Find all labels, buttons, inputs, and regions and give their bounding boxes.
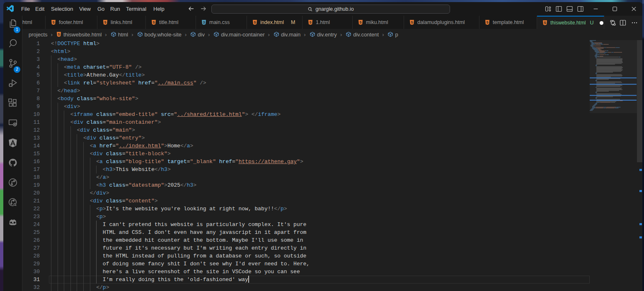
svg-text:5: 5 (544, 21, 546, 25)
svg-text:5: 5 (153, 20, 155, 24)
svg-text:5: 5 (411, 20, 413, 24)
svg-text:5: 5 (487, 20, 489, 24)
svg-text:3: 3 (203, 20, 205, 24)
svg-text:5: 5 (360, 20, 362, 24)
svg-text:5: 5 (53, 20, 55, 24)
svg-text:5: 5 (254, 20, 256, 24)
svg-text:5: 5 (104, 20, 107, 24)
svg-text:5: 5 (310, 20, 312, 24)
svg-text:5: 5 (58, 32, 60, 36)
